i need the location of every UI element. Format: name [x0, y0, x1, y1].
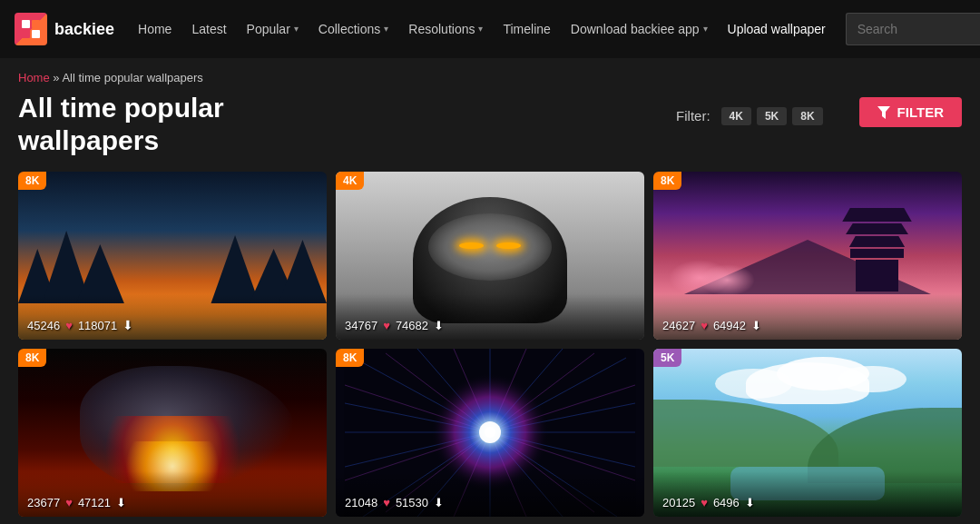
wallpaper-grid: 8K 45246 ♥ 118071 ⬇ 4K 34767 ♥	[18, 172, 962, 517]
resolution-badge: 8K	[18, 349, 46, 367]
wallpaper-card[interactable]: 4K 34767 ♥ 74682 ⬇	[336, 172, 644, 340]
svg-marker-10	[211, 235, 260, 303]
nav-home[interactable]: Home	[129, 16, 181, 42]
wallpaper-card[interactable]: 8K 23677 ♥ 47121 ⬇	[18, 349, 327, 517]
page-title: All time popular wallpapers	[18, 92, 224, 157]
page-title-area: All time popular wallpapers	[18, 92, 224, 157]
svg-rect-3	[32, 30, 40, 38]
view-count: 34767	[345, 319, 377, 332]
card-overlay	[336, 294, 644, 340]
svg-rect-0	[22, 20, 30, 28]
search-input[interactable]	[846, 13, 980, 45]
logo-icon	[15, 13, 47, 45]
view-count: 23677	[27, 496, 60, 509]
wallpaper-card[interactable]: 5K 20125 ♥ 6496 ⬇	[653, 349, 962, 517]
heart-icon: ♥	[701, 496, 708, 509]
filter-tag-8k[interactable]: 8K	[792, 107, 822, 125]
nav-download-app[interactable]: Download backiee app ▾	[562, 16, 717, 42]
filter-label: Filter:	[676, 108, 710, 124]
filter-tags: 4K 5K 8K	[721, 107, 823, 125]
resolution-badge: 8K	[653, 172, 681, 190]
resolution-badge: 8K	[336, 349, 364, 367]
view-count: 21048	[345, 496, 377, 509]
download-icon: ⬇	[434, 496, 444, 509]
brand-name: backiee	[54, 20, 114, 39]
like-count: 118071	[78, 319, 117, 332]
card-stats: 45246 ♥ 118071 ⬇	[27, 318, 133, 332]
filter-icon	[877, 106, 890, 119]
main-content: Home » All time popular wallpapers All t…	[0, 58, 980, 524]
download-icon: ⬇	[122, 318, 133, 332]
download-icon: ⬇	[745, 496, 755, 509]
nav-popular[interactable]: Popular ▾	[238, 16, 308, 42]
card-overlay	[653, 471, 962, 517]
heart-icon: ♥	[701, 319, 708, 332]
card-stats: 34767 ♥ 74682 ⬇	[345, 319, 444, 332]
heart-icon: ♥	[65, 496, 73, 509]
search-area	[846, 13, 980, 45]
like-count: 74682	[396, 319, 428, 332]
svg-point-43	[485, 427, 495, 438]
view-count: 24627	[662, 319, 695, 332]
nav-latest[interactable]: Latest	[182, 16, 235, 42]
card-stats: 23677 ♥ 47121 ⬇	[27, 496, 126, 509]
chevron-down-icon: ▾	[478, 24, 483, 34]
nav-resolutions[interactable]: Resolutions ▾	[399, 16, 492, 42]
view-count: 45246	[27, 319, 60, 332]
card-overlay	[336, 471, 644, 517]
nav-timeline[interactable]: Timeline	[494, 16, 559, 42]
page-header: All time popular wallpapers Filter: 4K 5…	[18, 92, 962, 157]
filter-tag-4k[interactable]: 4K	[721, 107, 751, 125]
logo-area[interactable]: backiee	[15, 13, 114, 45]
wallpaper-card[interactable]: 8K 45246 ♥ 118071 ⬇	[18, 172, 327, 340]
nav-links: Home Latest Popular ▾ Collections ▾ Reso…	[129, 16, 835, 43]
card-overlay	[18, 471, 327, 517]
resolution-badge: 4K	[336, 172, 364, 190]
breadcrumb: Home » All time popular wallpapers	[18, 71, 962, 84]
download-icon: ⬇	[434, 319, 444, 332]
filter-area: Filter: 4K 5K 8K	[676, 107, 823, 125]
breadcrumb-home[interactable]: Home	[18, 71, 50, 84]
chevron-down-icon: ▾	[703, 24, 708, 34]
download-icon: ⬇	[751, 319, 761, 332]
card-overlay	[653, 294, 962, 340]
heart-icon: ♥	[383, 496, 390, 509]
like-count: 6496	[713, 496, 740, 509]
view-count: 20125	[662, 496, 695, 509]
card-overlay	[18, 294, 327, 340]
svg-marker-6	[877, 106, 890, 119]
trees-decoration	[18, 222, 327, 303]
download-icon: ⬇	[116, 496, 126, 509]
filter-button[interactable]: FILTER	[859, 97, 962, 127]
like-count: 51530	[396, 496, 428, 509]
like-count: 64942	[713, 319, 746, 332]
svg-rect-1	[32, 20, 40, 28]
svg-rect-2	[22, 30, 30, 38]
like-count: 47121	[78, 496, 111, 509]
wallpaper-card[interactable]: 8K 21048 ♥ 51530 ⬇	[336, 349, 644, 517]
chevron-down-icon: ▾	[294, 24, 299, 34]
nav-collections[interactable]: Collections ▾	[309, 16, 397, 42]
filter-tag-5k[interactable]: 5K	[757, 107, 787, 125]
heart-icon: ♥	[65, 319, 73, 332]
resolution-badge: 8K	[18, 172, 46, 190]
resolution-badge: 5K	[653, 349, 681, 367]
card-stats: 24627 ♥ 64942 ⬇	[662, 319, 761, 332]
card-stats: 21048 ♥ 51530 ⬇	[345, 496, 444, 509]
wallpaper-card[interactable]: 8K 24627 ♥ 64942 ⬇	[653, 172, 962, 340]
navbar: backiee Home Latest Popular ▾ Collection…	[0, 0, 980, 58]
card-stats: 20125 ♥ 6496 ⬇	[662, 496, 755, 509]
heart-icon: ♥	[383, 319, 390, 332]
nav-upload[interactable]: Upload wallpaper	[719, 16, 835, 43]
chevron-down-icon: ▾	[384, 24, 388, 34]
